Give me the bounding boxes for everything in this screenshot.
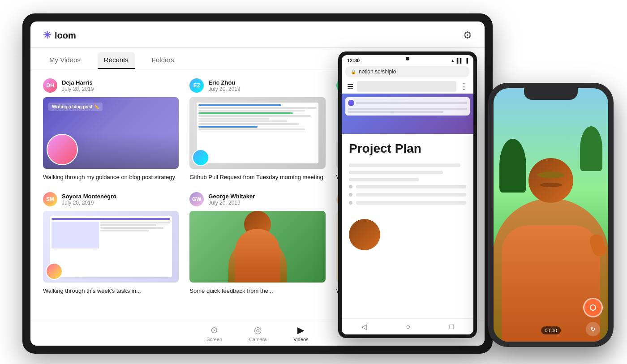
screen-btn[interactable]: ⊙ Screen (206, 325, 222, 342)
thumb-4 (43, 211, 179, 283)
thumb-1: Writing a blog post ✏️ (43, 97, 179, 169)
video-card-2[interactable]: EZ Eric Zhou July 20, 2019 (189, 78, 325, 181)
video-card-5[interactable]: GW George Whitaker July 20, 2019 (189, 192, 325, 295)
scene: ✳ loom ⚙ My Videos Recents Folders DH (0, 0, 627, 364)
author-deja: Deja Harris (62, 79, 94, 86)
tab-my-videos[interactable]: My Videos (43, 52, 87, 69)
videos-icon: ▶ (297, 325, 304, 335)
title-4: Walking through this week's tasks in... (43, 287, 179, 295)
screen-icon: ⊙ (210, 325, 218, 335)
tablet-header: ✳ loom ⚙ (30, 21, 485, 48)
meta-info-2: Eric Zhou July 20, 2019 (208, 79, 240, 92)
timer-container: 00:00 (541, 326, 561, 334)
notion-line-2 (349, 171, 443, 174)
notion-line-3 (349, 178, 419, 181)
meta-info-1: Deja Harris July 20, 2019 (62, 79, 94, 92)
notion-page: Project Plan (342, 94, 473, 318)
android-time: 12:30 (347, 58, 360, 63)
signal-icon: ▌▌ (457, 58, 463, 63)
refresh-button[interactable]: ↻ (586, 322, 600, 336)
meta-info-4: Soyora Montenegro July 20, 2019 (62, 193, 116, 206)
url-text: notion.so/shiplo (359, 69, 396, 75)
android-camera-dot (406, 57, 409, 60)
more-icon[interactable]: ⋮ (460, 81, 468, 91)
card-meta-4: SM Soyora Montenegro July 20, 2019 (43, 192, 179, 206)
iphone-controls: ↻ (583, 298, 603, 336)
card-meta-1: DH Deja Harris July 20, 2019 (43, 78, 179, 93)
date-eric: July 20, 2019 (208, 86, 240, 92)
meta-info-5: George Whitaker July 20, 2019 (208, 193, 255, 206)
author-soyora: Soyora Montenegro (62, 193, 116, 200)
android-content: Project Plan (342, 94, 473, 318)
avatar-soyora: SM (43, 192, 57, 206)
videos-label: Videos (293, 337, 308, 342)
thumb-2 (189, 97, 325, 169)
timer-badge: 00:00 (541, 326, 561, 334)
george-person (228, 211, 287, 283)
menu-icon[interactable]: ☰ (347, 82, 353, 91)
notion-header (342, 94, 473, 134)
refresh-icon: ↻ (590, 325, 596, 333)
thumb-5 (189, 211, 325, 283)
author-eric: Eric Zhou (208, 79, 240, 86)
date-soyora: July 20, 2019 (62, 200, 116, 206)
face-eric (192, 149, 209, 166)
android-screen: 12:30 ▲ ▌▌ ▐ 🔒 notion.so/shiplo ☰ ⋮ (342, 55, 473, 334)
tab-folders[interactable]: Folders (146, 52, 180, 69)
person-face-1 (47, 134, 78, 165)
notion-line-1 (349, 163, 460, 167)
video-card-1[interactable]: DH Deja Harris July 20, 2019 Writing a b… (43, 78, 179, 181)
loom-brand-name: loom (55, 30, 76, 41)
android-toolbar: ☰ ⋮ (342, 79, 473, 94)
android-address-bar[interactable]: 🔒 notion.so/shiplo (345, 66, 470, 77)
back-btn[interactable]: ◁ (361, 322, 367, 331)
status-icons: ▲ ▌▌ ▐ (451, 58, 468, 63)
record-inner (590, 304, 596, 311)
notion-bullet-1 (349, 185, 466, 188)
camera-label: Camera (249, 337, 266, 342)
avatar-george: GW (189, 192, 204, 206)
date-george: July 20, 2019 (208, 200, 255, 206)
settings-icon[interactable]: ⚙ (463, 30, 472, 41)
iphone-video: ↻ 00:00 (494, 88, 608, 342)
camera-icon: ◎ (254, 325, 262, 335)
android-nav-bar: ◁ ○ □ (342, 318, 473, 334)
notion-bullet-3 (349, 201, 466, 205)
avatar-eric: EZ (189, 78, 204, 93)
card-meta-2: EZ Eric Zhou July 20, 2019 (189, 78, 325, 93)
notion-body: Project Plan (342, 134, 473, 318)
notion-face-row (349, 212, 466, 250)
card-meta-5: GW George Whitaker July 20, 2019 (189, 192, 325, 206)
lock-icon: 🔒 (351, 69, 356, 74)
video-card-4[interactable]: SM Soyora Montenegro July 20, 2019 (43, 192, 179, 295)
date-deja: July 20, 2019 (62, 86, 94, 92)
battery-icon: ▐ (465, 58, 468, 63)
android-status-bar: 12:30 ▲ ▌▌ ▐ (342, 55, 473, 66)
person-head (528, 158, 573, 203)
iphone-screen: ↻ 00:00 (494, 88, 608, 342)
iphone-notch (524, 88, 578, 100)
loom-asterisk-icon: ✳ (43, 30, 51, 41)
record-button[interactable] (583, 298, 603, 317)
screen-label: Screen (206, 337, 222, 342)
writing-label: Writing a blog post ✏️ (48, 103, 103, 111)
face-soyora (46, 263, 63, 280)
notion-face (349, 219, 380, 250)
recent-btn[interactable]: □ (450, 323, 454, 331)
notion-bullet-2 (349, 193, 466, 197)
title-2: Github Pull Request from Tuesday morning… (189, 173, 325, 181)
videos-btn[interactable]: ▶ Videos (293, 325, 308, 342)
avatar-deja: DH (43, 78, 57, 93)
wifi-icon: ▲ (451, 58, 455, 63)
home-btn[interactable]: ○ (406, 323, 410, 331)
iphone: ↻ 00:00 (488, 83, 614, 347)
title-1: Walking through my guidance on blog post… (43, 173, 179, 181)
title-5: Some quick feedback from the... (189, 287, 325, 295)
camera-btn[interactable]: ◎ Camera (249, 325, 266, 342)
tab-recents[interactable]: Recents (98, 52, 135, 69)
android-phone: 12:30 ▲ ▌▌ ▐ 🔒 notion.so/shiplo ☰ ⋮ (338, 51, 477, 338)
author-george: George Whitaker (208, 193, 255, 200)
notion-title: Project Plan (349, 141, 466, 156)
loom-logo: ✳ loom (43, 30, 76, 41)
